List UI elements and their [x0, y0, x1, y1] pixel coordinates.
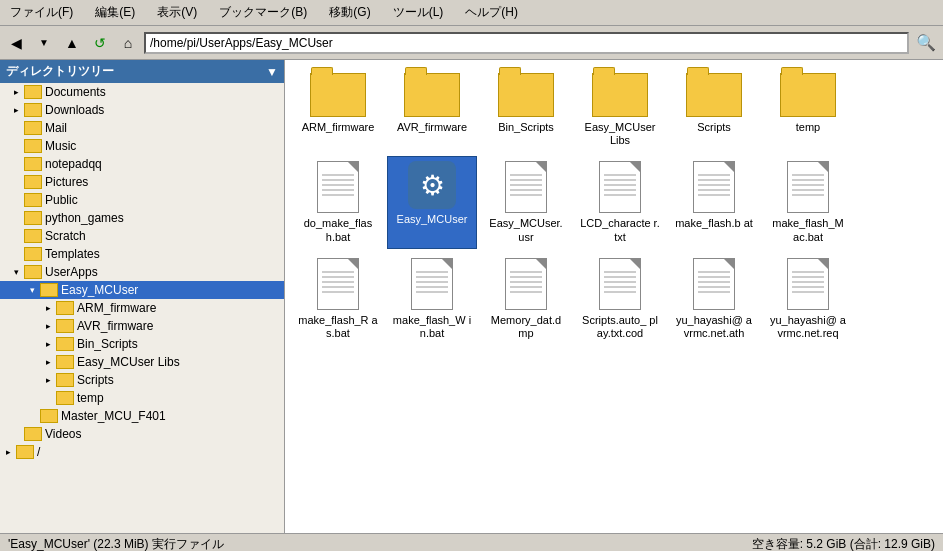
sidebar-item-root[interactable]: ▸/ [0, 443, 284, 461]
file-area[interactable]: ARM_firmwareAVR_firmwareBin_ScriptsEasy_… [285, 60, 943, 533]
file-item-easy_mcuser_usr[interactable]: Easy_MCUser. usr [481, 156, 571, 248]
expand-icon-scripts[interactable]: ▸ [40, 372, 56, 388]
expand-icon-master_mcu[interactable] [24, 408, 40, 424]
file-item-lcd_character_txt[interactable]: LCD_characte r.txt [575, 156, 665, 248]
sidebar-item-bin_scripts[interactable]: ▸Bin_Scripts [0, 335, 284, 353]
expand-icon-bin_scripts[interactable]: ▸ [40, 336, 56, 352]
expand-icon-downloads[interactable]: ▸ [8, 102, 24, 118]
sidebar-label-avr_firmware: AVR_firmware [77, 319, 153, 333]
file-item-make_flash_win_bat[interactable]: make_flash_W in.bat [387, 253, 477, 345]
gear-icon: ⚙ [420, 169, 445, 202]
expand-icon-easy_mcuser_libs[interactable]: ▸ [40, 354, 56, 370]
file-label-yu_hayashi_req: yu_hayashi@ avrmc.net.req [768, 314, 848, 340]
file-icon-make_flash_win_bat [411, 258, 453, 310]
expand-icon-documents[interactable]: ▸ [8, 84, 24, 100]
menu-help[interactable]: ヘルプ(H) [459, 2, 524, 23]
reload-button[interactable]: ↺ [88, 30, 112, 56]
expand-icon-python_games[interactable] [8, 210, 24, 226]
file-item-easy_mcuser_libs[interactable]: Easy_MCUser Libs [575, 68, 665, 152]
sidebar-item-userapps[interactable]: ▾UserApps [0, 263, 284, 281]
file-icon-yu_hayashi_ath [693, 258, 735, 310]
disk-info: 空き容量: 5.2 GiB (合計: 12.9 GiB) [752, 536, 935, 551]
sidebar-item-downloads[interactable]: ▸Downloads [0, 101, 284, 119]
file-item-avr_firmware[interactable]: AVR_firmware [387, 68, 477, 152]
up-button[interactable]: ▲ [60, 30, 84, 56]
sidebar-item-videos[interactable]: Videos [0, 425, 284, 443]
file-item-bin_scripts[interactable]: Bin_Scripts [481, 68, 571, 152]
back-button[interactable]: ◀ [4, 30, 28, 56]
file-item-easy_mcuser_app[interactable]: ⚙Easy_MCUser [387, 156, 477, 248]
expand-icon-notepadqq[interactable] [8, 156, 24, 172]
folder-icon-notepadqq [24, 157, 42, 171]
forward-button[interactable]: ▼ [32, 30, 56, 56]
expand-icon-music[interactable] [8, 138, 24, 154]
file-item-memory_dat_dmp[interactable]: Memory_dat.d mp [481, 253, 571, 345]
statusbar: 'Easy_MCUser' (22.3 MiB) 実行ファイル 空き容量: 5.… [0, 533, 943, 551]
expand-icon-videos[interactable] [8, 426, 24, 442]
sidebar-label-public: Public [45, 193, 78, 207]
expand-icon-templates[interactable] [8, 246, 24, 262]
expand-icon-userapps[interactable]: ▾ [8, 264, 24, 280]
menu-view[interactable]: 表示(V) [151, 2, 203, 23]
file-label-easy_mcuser_libs: Easy_MCUser Libs [580, 121, 660, 147]
sidebar-item-documents[interactable]: ▸Documents [0, 83, 284, 101]
sidebar-label-temp: temp [77, 391, 104, 405]
menu-tools[interactable]: ツール(L) [387, 2, 450, 23]
main-area: ディレクトリツリー ▼ ▸Documents▸DownloadsMailMusi… [0, 60, 943, 533]
file-label-scripts_auto_play: Scripts.auto_ play.txt.cod [580, 314, 660, 340]
file-item-make_flash_bat[interactable]: make_flash.b at [669, 156, 759, 248]
folder-icon-music [24, 139, 42, 153]
file-item-yu_hayashi_req[interactable]: yu_hayashi@ avrmc.net.req [763, 253, 853, 345]
file-item-scripts_auto_play[interactable]: Scripts.auto_ play.txt.cod [575, 253, 665, 345]
folder-icon-easy_mcuser [40, 283, 58, 297]
sidebar-item-avr_firmware[interactable]: ▸AVR_firmware [0, 317, 284, 335]
expand-icon-root[interactable]: ▸ [0, 444, 16, 460]
sidebar-item-easy_mcuser[interactable]: ▾Easy_MCUser [0, 281, 284, 299]
folder-icon-mail [24, 121, 42, 135]
file-item-make_flash_ras_bat[interactable]: make_flash_R as.bat [293, 253, 383, 345]
sidebar-item-mail[interactable]: Mail [0, 119, 284, 137]
file-item-scripts[interactable]: Scripts [669, 68, 759, 152]
sidebar-item-easy_mcuser_libs[interactable]: ▸Easy_MCUser Libs [0, 353, 284, 371]
file-item-make_flash_mac_bat[interactable]: make_flash_M ac.bat [763, 156, 853, 248]
sidebar-item-arm_firmware[interactable]: ▸ARM_firmware [0, 299, 284, 317]
menubar: ファイル(F) 編集(E) 表示(V) ブックマーク(B) 移動(G) ツール(… [0, 0, 943, 26]
expand-icon-public[interactable] [8, 192, 24, 208]
file-item-temp[interactable]: temp [763, 68, 853, 152]
search-button[interactable]: 🔍 [913, 30, 939, 56]
sidebar-label-bin_scripts: Bin_Scripts [77, 337, 138, 351]
sidebar-item-scratch[interactable]: Scratch [0, 227, 284, 245]
file-item-arm_firmware[interactable]: ARM_firmware [293, 68, 383, 152]
menu-bookmarks[interactable]: ブックマーク(B) [213, 2, 313, 23]
file-icon-easy_mcuser_usr [505, 161, 547, 213]
file-label-make_flash_mac_bat: make_flash_M ac.bat [768, 217, 848, 243]
expand-icon-temp[interactable] [40, 390, 56, 406]
sidebar-item-temp[interactable]: temp [0, 389, 284, 407]
file-icon-lcd_character_txt [599, 161, 641, 213]
sidebar-item-pictures[interactable]: Pictures [0, 173, 284, 191]
sidebar-item-scripts[interactable]: ▸Scripts [0, 371, 284, 389]
expand-icon-easy_mcuser[interactable]: ▾ [24, 282, 40, 298]
file-label-easy_mcuser_usr: Easy_MCUser. usr [486, 217, 566, 243]
sidebar-item-notepadqq[interactable]: notepadqq [0, 155, 284, 173]
file-icon-yu_hayashi_req [787, 258, 829, 310]
sidebar-close-icon[interactable]: ▼ [266, 65, 278, 79]
expand-icon-pictures[interactable] [8, 174, 24, 190]
file-item-do_make_flash_bat[interactable]: do_make_flas h.bat [293, 156, 383, 248]
address-bar[interactable] [144, 32, 909, 54]
sidebar-item-python_games[interactable]: python_games [0, 209, 284, 227]
menu-go[interactable]: 移動(G) [323, 2, 376, 23]
sidebar-item-public[interactable]: Public [0, 191, 284, 209]
expand-icon-mail[interactable] [8, 120, 24, 136]
sidebar-item-templates[interactable]: Templates [0, 245, 284, 263]
file-item-yu_hayashi_ath[interactable]: yu_hayashi@ avrmc.net.ath [669, 253, 759, 345]
expand-icon-avr_firmware[interactable]: ▸ [40, 318, 56, 334]
sidebar-item-music[interactable]: Music [0, 137, 284, 155]
expand-icon-arm_firmware[interactable]: ▸ [40, 300, 56, 316]
menu-edit[interactable]: 編集(E) [89, 2, 141, 23]
expand-icon-scratch[interactable] [8, 228, 24, 244]
home-button[interactable]: ⌂ [116, 30, 140, 56]
file-label-make_flash_ras_bat: make_flash_R as.bat [298, 314, 378, 340]
sidebar-item-master_mcu[interactable]: Master_MCU_F401 [0, 407, 284, 425]
menu-file[interactable]: ファイル(F) [4, 2, 79, 23]
